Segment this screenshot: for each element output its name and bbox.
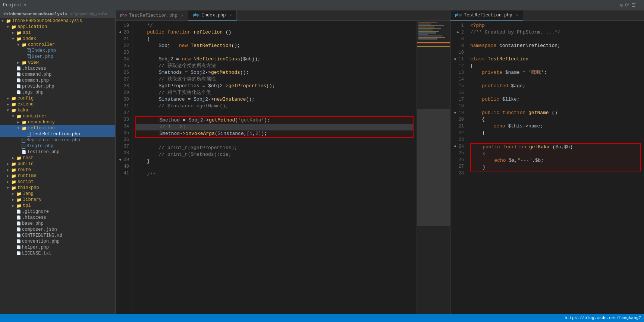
right-code-line-17[interactable]: public $like;: [470, 96, 641, 103]
right-code-content[interactable]: <?php//** Created by PhpStorm. ...*/ nam…: [467, 21, 644, 314]
sidebar-item-LICENSE-txt[interactable]: 📄LICENSE.txt: [0, 250, 115, 256]
tab-testreflection[interactable]: php TestReflection.php ✕: [116, 10, 188, 20]
layout-icon[interactable]: ☰: [631, 2, 636, 8]
right-code-line-15[interactable]: protected $age;: [470, 83, 641, 89]
sidebar-item-application[interactable]: ▼ 📁application: [0, 24, 115, 30]
code-line-37[interactable]: // print_r($getProperties);: [135, 145, 414, 151]
sidebar-item-base-php[interactable]: 📄base.php: [0, 221, 115, 227]
sidebar-item-CONTRIBUTING-md[interactable]: 📄CONTRIBUTING.md: [0, 233, 115, 239]
code-line-26[interactable]: $methods = $obj2->getMethods();: [135, 69, 414, 76]
sidebar-item-controller[interactable]: ▼ 📁controller: [0, 42, 115, 48]
code-line-22[interactable]: $obj = new TestReflection();: [135, 42, 414, 49]
sidebar-item-convention-php[interactable]: 📄convention.php: [0, 239, 115, 244]
sidebar-item-library[interactable]: ▶ 📁library: [0, 197, 115, 203]
tab-close-icon-active[interactable]: ✕: [230, 13, 232, 18]
right-code-line-23[interactable]: [470, 136, 641, 143]
right-code-line-20[interactable]: {: [470, 116, 641, 123]
sidebar-item-TestReflection-php[interactable]: CTestReflection.php: [0, 131, 115, 137]
sidebar-item-RegistrationTree-php[interactable]: CRegistrationTree.php: [0, 137, 115, 143]
sidebar-item--htaccess[interactable]: 📄.htaccess: [0, 215, 115, 221]
right-code-line-18[interactable]: [470, 103, 641, 110]
right-code-line-11[interactable]: class TestReflection: [470, 56, 641, 63]
gutter-arrow[interactable]: ◆: [119, 157, 122, 163]
settings-icon[interactable]: ⚙: [620, 2, 623, 8]
sidebar-item-TestTree-php[interactable]: 📄TestTree.php: [0, 149, 115, 155]
minimize-icon[interactable]: —: [638, 2, 641, 8]
sync-icon[interactable]: ⟳: [625, 2, 629, 8]
sidebar-item-common-php[interactable]: 📄common.php: [0, 78, 115, 83]
right-code-line-13[interactable]: private $name = '咪咪';: [470, 69, 641, 76]
right-code-line-28[interactable]: [470, 171, 641, 178]
right-code-line-26[interactable]: echo $a,"---".$b;: [471, 157, 640, 164]
sidebar-item-helper-php[interactable]: 📄helper.php: [0, 244, 115, 250]
sidebar-item-tpl[interactable]: ▶ 📁tpl: [0, 203, 115, 209]
sidebar-item--gitignore[interactable]: 📄.gitignore: [0, 209, 115, 215]
sidebar-item-route[interactable]: ▶ 📁route: [0, 167, 115, 173]
code-line-19[interactable]: */: [135, 22, 414, 29]
code-line-34[interactable]: // 1---2|: [136, 124, 413, 130]
code-line-38[interactable]: // print_r($methods);die;: [135, 151, 414, 158]
code-line-35[interactable]: $method->invokeArgs($instance,[1,2]);: [136, 130, 413, 137]
sidebar-item-container[interactable]: ▼ 📁container: [0, 113, 115, 119]
right-code-line-1[interactable]: <?php: [470, 22, 641, 29]
right-code-line-9[interactable]: namespace container\reflection;: [470, 42, 641, 49]
code-line-24[interactable]: $obj2 = new \ReflectionClass($obj);: [135, 56, 414, 63]
gutter-arrow[interactable]: ◆: [119, 29, 122, 36]
sidebar-item-provider-php[interactable]: 📄provider.php: [0, 83, 115, 89]
right-code-line-21[interactable]: echo $this->name;: [470, 123, 641, 130]
sidebar-item-dependency[interactable]: ▶ 📁dependency: [0, 119, 115, 125]
code-line-31[interactable]: // $instance->getName();: [135, 103, 414, 110]
right-code-line-2[interactable]: //** Created by PhpStorm. ...*/: [470, 29, 641, 36]
sidebar-item-lang[interactable]: ▶ 📁lang: [0, 191, 115, 197]
code-line-23[interactable]: [135, 49, 414, 56]
gutter-arrow[interactable]: ◆: [454, 143, 456, 150]
right-code-line-12[interactable]: {: [470, 63, 641, 69]
sidebar-item-index[interactable]: ▼ 📁index: [0, 36, 115, 42]
sidebar-item-runtime[interactable]: ▶ 📁runtime: [0, 173, 115, 179]
sidebar-item-thinkphp[interactable]: ▼ 📁thinkphp: [0, 185, 115, 191]
code-line-21[interactable]: {: [135, 36, 414, 42]
code-line-36[interactable]: [135, 138, 414, 145]
sidebar-item-config[interactable]: ▶ 📁config: [0, 95, 115, 101]
sidebar-item--htaccess[interactable]: 📄.htaccess: [0, 66, 115, 72]
sidebar-item-api[interactable]: ▶ 📁api: [0, 30, 115, 36]
code-line-20[interactable]: public function reflection (): [135, 29, 414, 36]
right-code-line-27[interactable]: }: [471, 164, 640, 171]
right-code-line-19[interactable]: public function getName (): [470, 110, 641, 116]
gutter-arrow[interactable]: ◆: [454, 110, 456, 116]
code-line-40[interactable]: [135, 165, 414, 171]
code-line-28[interactable]: $getProperties = $obj2->getProperties();: [135, 83, 414, 89]
right-tab-testreflection[interactable]: php TestReflection.php ✕: [450, 10, 523, 20]
sidebar-item-kaka[interactable]: ▼ 📁kaka: [0, 107, 115, 113]
sidebar-item-Index-php[interactable]: CIndex.php: [0, 48, 115, 54]
project-dropdown-icon[interactable]: ▼: [24, 3, 26, 7]
tab-close-icon[interactable]: ✕: [181, 13, 183, 18]
sidebar-item-composer-json[interactable]: 📄composer.json: [0, 227, 115, 233]
sidebar-item-tags-php[interactable]: 📄tags.php: [0, 89, 115, 95]
code-line-30[interactable]: $instance = $obj2->newInstance();: [135, 96, 414, 103]
sidebar-item-ThinkPHPSourceCodeAnalysis[interactable]: ▼ 📁ThinkPHPSourceCodeAnalysis: [0, 18, 115, 24]
gutter-arrow[interactable]: ◆: [457, 29, 459, 36]
tab-index[interactable]: php Index.php ✕: [188, 10, 237, 20]
sidebar-item-view[interactable]: ▶ 📁view: [0, 60, 115, 66]
sidebar-item-Single-php[interactable]: CSingle.php: [0, 143, 115, 149]
right-code-editor[interactable]: 1◆28910◆1112131415161718◆1920212223◆2425…: [450, 21, 644, 314]
right-code-line-14[interactable]: [470, 76, 641, 83]
right-code-line-25[interactable]: {: [471, 151, 640, 157]
gutter-arrow[interactable]: ◆: [454, 56, 456, 63]
left-code-content[interactable]: */ public function reflection () { $obj …: [132, 21, 417, 314]
right-code-line-10[interactable]: [470, 49, 641, 56]
sidebar-item-User-php[interactable]: CUser.php: [0, 54, 115, 60]
right-code-line-24[interactable]: public function getKaka ($a,$b): [471, 144, 640, 151]
code-line-41[interactable]: /**: [135, 171, 414, 178]
code-line-32[interactable]: [135, 110, 414, 116]
code-line-33[interactable]: $method = $obj2->getMethod('getKaka');: [136, 117, 413, 124]
code-line-25[interactable]: // 获取这个类的所有方法: [135, 63, 414, 69]
code-line-27[interactable]: // 获取这个类的所有属性: [135, 76, 414, 83]
sidebar-item-test[interactable]: ▶ 📁test: [0, 155, 115, 161]
sidebar-item-command-php[interactable]: 📄command.php: [0, 72, 115, 78]
right-code-line-16[interactable]: [470, 89, 641, 96]
minimap-thumb[interactable]: [417, 109, 450, 226]
sidebar-item-extend[interactable]: ▶ 📁extend: [0, 101, 115, 107]
project-label[interactable]: Project: [3, 3, 22, 8]
